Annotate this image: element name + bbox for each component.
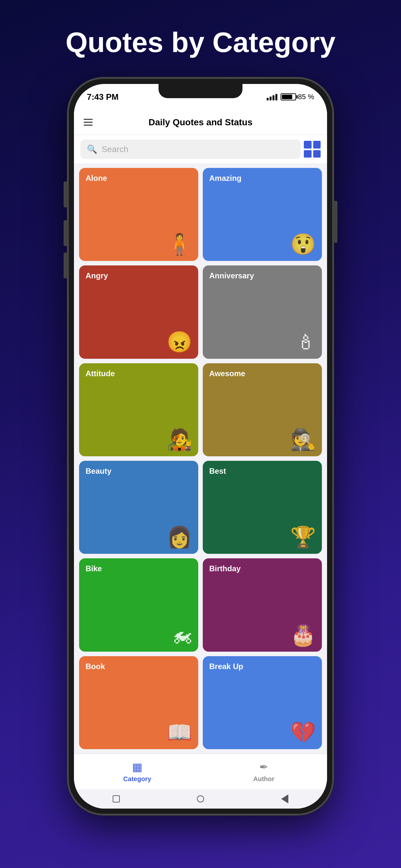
battery-percent: 85 % <box>298 93 314 101</box>
nav-icon-author: ✒ <box>259 761 268 773</box>
grid-dot-4 <box>313 150 321 158</box>
category-icon-amazing: 😲 <box>290 232 316 256</box>
battery-fill <box>282 95 292 99</box>
category-label-bike: Bike <box>86 564 192 573</box>
signal-bar-4 <box>275 94 277 100</box>
page-title: Quotes by Category <box>66 26 335 59</box>
category-card-attitude[interactable]: Attitude 🧑‍🎤 <box>79 363 198 456</box>
category-grid: Alone 🧍 Amazing 😲 Angry 😠 Anniversary 🕯 … <box>74 163 327 754</box>
category-card-anniversary[interactable]: Anniversary 🕯 <box>203 266 322 359</box>
menu-line-1 <box>84 119 93 120</box>
android-nav-bar <box>74 789 327 809</box>
category-label-breakup: Break Up <box>209 662 315 671</box>
app-header: Daily Quotes and Status <box>74 110 327 135</box>
category-card-breakup[interactable]: Break Up 💔 <box>203 656 322 749</box>
category-card-beauty[interactable]: Beauty 👩 <box>79 461 198 554</box>
signal-bar-2 <box>270 97 272 100</box>
category-label-alone: Alone <box>86 174 192 183</box>
category-card-best[interactable]: Best 🏆 <box>203 461 322 554</box>
category-card-book[interactable]: Book 📖 <box>79 656 198 749</box>
category-card-bike[interactable]: Bike 🏍 <box>79 558 198 651</box>
bottom-nav: ▦ Category ✒ Author <box>74 754 327 789</box>
nav-item-author[interactable]: ✒ Author <box>201 754 327 789</box>
signal-bars <box>267 93 277 100</box>
category-icon-beauty: 👩 <box>166 525 192 549</box>
category-label-birthday: Birthday <box>209 564 315 573</box>
category-icon-birthday: 🎂 <box>290 623 316 647</box>
category-label-best: Best <box>209 467 315 476</box>
status-bar: 7:43 PM 85 % <box>74 84 327 110</box>
category-icon-attitude: 🧑‍🎤 <box>166 428 192 452</box>
battery-icon <box>281 93 296 100</box>
category-label-attitude: Attitude <box>86 369 192 378</box>
category-label-awesome: Awesome <box>209 369 315 378</box>
phone-frame: 7:43 PM 85 % <box>68 78 333 814</box>
menu-line-2 <box>84 122 93 123</box>
category-card-awesome[interactable]: Awesome 🕵 <box>203 363 322 456</box>
back-button[interactable] <box>281 795 288 803</box>
battery-container: 85 % <box>281 93 314 101</box>
search-container: 🔍 Search <box>74 135 327 163</box>
category-label-book: Book <box>86 662 192 671</box>
category-card-birthday[interactable]: Birthday 🎂 <box>203 558 322 651</box>
app-title: Daily Quotes and Status <box>149 117 252 128</box>
category-icon-awesome: 🕵 <box>290 428 316 452</box>
grid-dot-2 <box>313 141 321 149</box>
recent-apps-button[interactable] <box>113 795 120 802</box>
search-icon: 🔍 <box>87 144 97 154</box>
signal-bar-1 <box>267 98 269 100</box>
category-icon-book: 📖 <box>166 720 192 745</box>
nav-label-author: Author <box>253 775 274 783</box>
category-icon-best: 🏆 <box>290 525 316 549</box>
phone-inner: 7:43 PM 85 % <box>74 84 327 809</box>
category-card-alone[interactable]: Alone 🧍 <box>79 168 198 261</box>
nav-item-category[interactable]: ▦ Category <box>74 754 201 789</box>
nav-label-category: Category <box>123 775 151 783</box>
category-label-anniversary: Anniversary <box>209 271 315 280</box>
home-button[interactable] <box>197 795 204 802</box>
grid-view-button[interactable] <box>304 141 320 158</box>
grid-dot-3 <box>304 150 312 158</box>
category-card-angry[interactable]: Angry 😠 <box>79 266 198 359</box>
category-label-amazing: Amazing <box>209 174 315 183</box>
category-card-amazing[interactable]: Amazing 😲 <box>203 168 322 261</box>
category-icon-anniversary: 🕯 <box>296 330 316 354</box>
status-right: 85 % <box>267 93 314 101</box>
hamburger-menu-button[interactable] <box>84 119 93 126</box>
notch <box>158 84 243 98</box>
nav-icon-category: ▦ <box>132 761 143 773</box>
search-bar[interactable]: 🔍 Search <box>81 140 301 159</box>
category-icon-bike: 🏍 <box>172 623 192 647</box>
signal-bar-3 <box>273 95 274 100</box>
search-placeholder: Search <box>102 144 128 154</box>
category-icon-alone: 🧍 <box>166 232 192 256</box>
status-time: 7:43 PM <box>87 92 119 102</box>
category-label-angry: Angry <box>86 271 192 280</box>
grid-dot-1 <box>304 141 312 149</box>
category-icon-breakup: 💔 <box>290 720 316 745</box>
category-icon-angry: 😠 <box>166 330 192 354</box>
menu-line-3 <box>84 125 93 126</box>
category-label-beauty: Beauty <box>86 467 192 476</box>
